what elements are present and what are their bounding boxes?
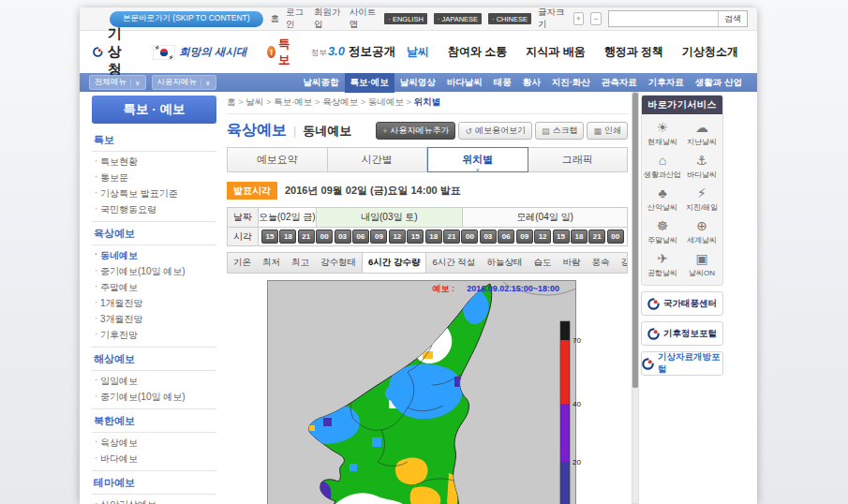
font-decrease-button[interactable]: − — [590, 12, 602, 25]
time-button[interactable]: 09 — [516, 230, 533, 244]
precip-map[interactable]: 예보 : 2016.09.02.15:00~18:00 70 40 20 10 — [267, 280, 586, 504]
element-tab-precip-prob[interactable]: 강수확률 — [615, 253, 628, 273]
sidebar-item[interactable]: 기후전망 — [92, 327, 216, 343]
banner-climate-portal[interactable]: 기후정보포털 — [641, 321, 723, 346]
sidebar-item[interactable]: 국민행동요령 — [92, 201, 216, 217]
time-button[interactable]: 12 — [389, 230, 406, 244]
sidebar-item[interactable]: 기상특보 발표기준 — [92, 185, 216, 201]
quicklink-weather-on[interactable]: ▣ 날씨ON — [682, 248, 722, 281]
gnb-typhoon[interactable]: 태풍 — [488, 73, 517, 93]
crumb-home[interactable]: 홈 — [227, 96, 245, 107]
content-scrollbar[interactable] — [632, 92, 639, 504]
sidebar-section-land-forecast[interactable]: 육상예보 — [92, 222, 216, 245]
element-tab-humidity[interactable]: 습도 — [528, 253, 557, 273]
sidebar-item[interactable]: 일일예보 — [92, 373, 216, 389]
element-tab-max-temp[interactable]: 최고 — [286, 253, 315, 273]
element-tab-min-temp[interactable]: 최저 — [257, 253, 286, 273]
skip-to-content-link[interactable]: 본문바로가기 (SKIP TO CONTENT) — [110, 11, 263, 27]
scrap-button[interactable]: ▤ 스크랩 — [535, 122, 585, 140]
element-tab-6h-snow[interactable]: 6시간 적설 — [426, 253, 481, 273]
sidebar-section-special-report[interactable]: 특보 — [92, 128, 216, 152]
tab-graphic[interactable]: 그래픽 — [528, 147, 629, 172]
element-tab-precip-type[interactable]: 강수형태 — [315, 253, 362, 273]
nav-knowledge[interactable]: 지식과 배움 — [526, 44, 585, 60]
sidebar-section-sea-forecast[interactable]: 해상예보 — [92, 348, 216, 371]
time-button[interactable]: 00 — [607, 230, 624, 244]
quicklink-current-weather[interactable]: ☀ 현재날씨 — [643, 117, 682, 150]
gnb-forecast[interactable]: 특보·예보 — [345, 73, 394, 93]
quicklink-mountain-weather[interactable]: ♣ 산악날씨 — [643, 183, 682, 215]
quicklink-world-weather[interactable]: ⊕ 세계날씨 — [682, 215, 722, 248]
gnb-climate[interactable]: 기후자료 — [643, 73, 690, 93]
tab-forecast-summary[interactable]: 예보요약 — [227, 147, 328, 172]
crumb-forecast[interactable]: 특보·예보 — [274, 96, 322, 107]
all-menu-button[interactable]: 전체메뉴 ∨ — [89, 75, 146, 90]
sidebar-item[interactable]: 바다예보 — [92, 451, 216, 467]
date-today[interactable]: 오늘(02일 금) — [259, 208, 317, 227]
gnb-earthquake[interactable]: 지진·화산 — [546, 73, 596, 93]
signup-link[interactable]: 회원가입 — [314, 7, 343, 31]
home-link[interactable]: 홈 — [271, 13, 280, 25]
forecast-glossary-button[interactable]: ↺ 예보용어보기 — [458, 122, 532, 140]
gnb-weather-summary[interactable]: 날씨종합 — [298, 73, 345, 93]
time-button[interactable]: 18 — [279, 230, 296, 244]
banner-typhoon-center[interactable]: 국가태풍센터 — [641, 291, 723, 316]
time-button[interactable]: 18 — [571, 230, 588, 244]
element-tab-6h-precip[interactable]: 6시간 강수량 — [362, 253, 426, 273]
time-button[interactable]: 09 — [370, 230, 387, 244]
sitemap-link[interactable]: 사이트맵 — [350, 7, 379, 31]
gnb-observation[interactable]: 관측자료 — [596, 73, 643, 93]
time-button[interactable]: 03 — [335, 230, 351, 244]
banner-open-data-portal[interactable]: 기상자료개방포털 — [641, 351, 723, 376]
time-button[interactable]: 15 — [407, 230, 424, 244]
sidebar-section-theme-forecast[interactable]: 테마예보 — [92, 471, 216, 495]
time-button[interactable]: 00 — [316, 230, 333, 244]
login-link[interactable]: 로그인 — [286, 7, 307, 31]
quicklink-past-weather[interactable]: ☁ 지난날씨 — [682, 117, 722, 150]
scrollbar-thumb[interactable] — [632, 93, 638, 388]
crumb-land[interactable]: 육상예보 — [322, 96, 368, 107]
user-menu-button[interactable]: 사용자메뉴 ∨ — [152, 75, 216, 90]
time-button[interactable]: 15 — [261, 230, 278, 244]
element-tab-wind[interactable]: 바람 — [557, 253, 586, 273]
sidebar-item[interactable]: 특보현황 — [92, 154, 216, 170]
nav-participation[interactable]: 참여와 소통 — [448, 44, 507, 60]
tab-hourly[interactable]: 시간별 — [328, 147, 428, 172]
gnb-life-industry[interactable]: 생활과 산업 — [690, 73, 748, 93]
time-button[interactable]: 06 — [352, 230, 369, 244]
sidebar-item[interactable]: 통보문 — [92, 170, 216, 185]
crumb-weather[interactable]: 날씨 — [245, 96, 274, 107]
lang-english-link[interactable]: ENGLISH — [384, 13, 427, 24]
date-tomorrow[interactable]: 내일(03일 토) — [317, 208, 464, 227]
gnb-yellow-dust[interactable]: 황사 — [517, 73, 546, 93]
gnb-marine-weather[interactable]: 바다날씨 — [441, 73, 488, 93]
sidebar-section-nk-forecast[interactable]: 북한예보 — [92, 409, 216, 433]
sidebar-item[interactable]: 3개월전망 — [92, 311, 216, 327]
quicklink-sea-weather[interactable]: ⚓ 바다날씨 — [682, 150, 722, 183]
sidebar-item[interactable]: 중기예보(10일 예보) — [92, 263, 216, 279]
time-button[interactable]: 18 — [425, 230, 442, 244]
nav-policy[interactable]: 행정과 정책 — [604, 44, 663, 60]
gov30-link[interactable]: 정부 3.0 정보공개 — [311, 44, 395, 60]
time-button[interactable]: 21 — [298, 230, 315, 244]
crumb-dongnae[interactable]: 동네예보 — [368, 96, 414, 107]
tab-by-location[interactable]: 위치별 — [427, 147, 528, 172]
special-report-link[interactable]: ! 특보 — [267, 37, 294, 68]
element-tab-temperature[interactable]: 기온 — [228, 253, 257, 273]
lang-japanese-link[interactable]: JAPANESE — [434, 13, 482, 24]
print-button[interactable]: ▦ 인쇄 — [587, 122, 628, 140]
lang-chinese-link[interactable]: CHINESE — [488, 13, 531, 24]
gnb-weather-video[interactable]: 날씨영상 — [394, 73, 441, 93]
time-button[interactable]: 21 — [443, 230, 460, 244]
search-button[interactable]: 검색 — [718, 11, 747, 26]
quicklink-weekend-weather[interactable]: ☸ 주말날씨 — [643, 215, 682, 248]
time-button[interactable]: 15 — [553, 230, 570, 244]
date-day-after[interactable]: 모레(04일 일) — [463, 208, 627, 227]
time-button[interactable]: 00 — [461, 230, 478, 244]
element-tab-wind-speed[interactable]: 풍속 — [586, 253, 615, 273]
sidebar-item-dongnae-forecast[interactable]: 동네예보 — [92, 247, 216, 263]
sidebar-item[interactable]: 중기예보(10일 예보) — [92, 389, 216, 405]
quicklink-earthquake-tsunami[interactable]: ⚡ 지진/해일 — [682, 183, 722, 215]
quicklink-airport-weather[interactable]: ✈ 공항날씨 — [643, 248, 682, 281]
kma-logo[interactable]: 기상청 — [93, 25, 136, 79]
